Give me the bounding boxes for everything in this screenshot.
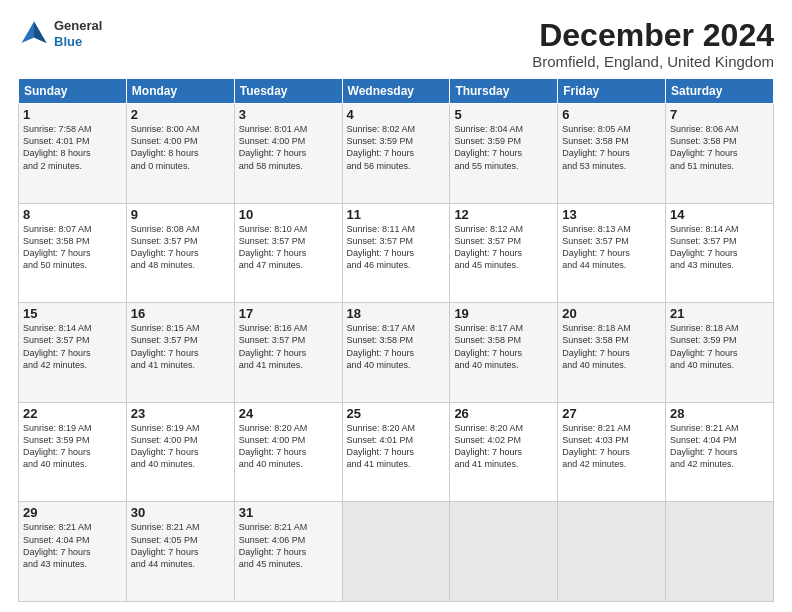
col-friday: Friday xyxy=(558,79,666,104)
calendar-cell: 8Sunrise: 8:07 AMSunset: 3:58 PMDaylight… xyxy=(19,203,127,303)
day-number: 10 xyxy=(239,207,338,222)
calendar-cell xyxy=(450,502,558,602)
col-thursday: Thursday xyxy=(450,79,558,104)
day-info: Sunrise: 8:04 AMSunset: 3:59 PMDaylight:… xyxy=(454,123,553,172)
day-number: 18 xyxy=(347,306,446,321)
day-info: Sunrise: 8:20 AMSunset: 4:00 PMDaylight:… xyxy=(239,422,338,471)
calendar-cell: 30Sunrise: 8:21 AMSunset: 4:05 PMDayligh… xyxy=(126,502,234,602)
page: General Blue December 2024 Bromfield, En… xyxy=(0,0,792,612)
calendar-cell: 6Sunrise: 8:05 AMSunset: 3:58 PMDaylight… xyxy=(558,104,666,204)
day-number: 16 xyxy=(131,306,230,321)
calendar-cell: 20Sunrise: 8:18 AMSunset: 3:58 PMDayligh… xyxy=(558,303,666,403)
calendar-cell: 13Sunrise: 8:13 AMSunset: 3:57 PMDayligh… xyxy=(558,203,666,303)
day-number: 31 xyxy=(239,505,338,520)
calendar-cell: 10Sunrise: 8:10 AMSunset: 3:57 PMDayligh… xyxy=(234,203,342,303)
calendar-cell: 29Sunrise: 8:21 AMSunset: 4:04 PMDayligh… xyxy=(19,502,127,602)
day-info: Sunrise: 8:17 AMSunset: 3:58 PMDaylight:… xyxy=(454,322,553,371)
day-info: Sunrise: 8:06 AMSunset: 3:58 PMDaylight:… xyxy=(670,123,769,172)
calendar-cell: 1Sunrise: 7:58 AMSunset: 4:01 PMDaylight… xyxy=(19,104,127,204)
day-info: Sunrise: 8:20 AMSunset: 4:01 PMDaylight:… xyxy=(347,422,446,471)
day-info: Sunrise: 8:01 AMSunset: 4:00 PMDaylight:… xyxy=(239,123,338,172)
day-number: 9 xyxy=(131,207,230,222)
day-number: 28 xyxy=(670,406,769,421)
day-info: Sunrise: 8:02 AMSunset: 3:59 PMDaylight:… xyxy=(347,123,446,172)
day-number: 2 xyxy=(131,107,230,122)
day-number: 24 xyxy=(239,406,338,421)
day-number: 8 xyxy=(23,207,122,222)
logo-text: General Blue xyxy=(54,18,102,49)
day-number: 12 xyxy=(454,207,553,222)
week-row-5: 29Sunrise: 8:21 AMSunset: 4:04 PMDayligh… xyxy=(19,502,774,602)
day-info: Sunrise: 8:21 AMSunset: 4:03 PMDaylight:… xyxy=(562,422,661,471)
day-number: 7 xyxy=(670,107,769,122)
calendar-cell: 31Sunrise: 8:21 AMSunset: 4:06 PMDayligh… xyxy=(234,502,342,602)
week-row-4: 22Sunrise: 8:19 AMSunset: 3:59 PMDayligh… xyxy=(19,402,774,502)
logo-line1: General xyxy=(54,18,102,33)
day-info: Sunrise: 8:19 AMSunset: 4:00 PMDaylight:… xyxy=(131,422,230,471)
day-info: Sunrise: 8:10 AMSunset: 3:57 PMDaylight:… xyxy=(239,223,338,272)
day-number: 5 xyxy=(454,107,553,122)
day-number: 6 xyxy=(562,107,661,122)
calendar-cell xyxy=(666,502,774,602)
col-wednesday: Wednesday xyxy=(342,79,450,104)
day-info: Sunrise: 8:00 AMSunset: 4:00 PMDaylight:… xyxy=(131,123,230,172)
day-number: 30 xyxy=(131,505,230,520)
calendar-cell: 19Sunrise: 8:17 AMSunset: 3:58 PMDayligh… xyxy=(450,303,558,403)
calendar-cell: 16Sunrise: 8:15 AMSunset: 3:57 PMDayligh… xyxy=(126,303,234,403)
day-info: Sunrise: 8:05 AMSunset: 3:58 PMDaylight:… xyxy=(562,123,661,172)
calendar-cell: 21Sunrise: 8:18 AMSunset: 3:59 PMDayligh… xyxy=(666,303,774,403)
day-info: Sunrise: 8:08 AMSunset: 3:57 PMDaylight:… xyxy=(131,223,230,272)
calendar-cell: 25Sunrise: 8:20 AMSunset: 4:01 PMDayligh… xyxy=(342,402,450,502)
calendar-cell: 18Sunrise: 8:17 AMSunset: 3:58 PMDayligh… xyxy=(342,303,450,403)
calendar-cell: 2Sunrise: 8:00 AMSunset: 4:00 PMDaylight… xyxy=(126,104,234,204)
calendar-cell xyxy=(558,502,666,602)
day-info: Sunrise: 8:14 AMSunset: 3:57 PMDaylight:… xyxy=(23,322,122,371)
calendar-cell: 22Sunrise: 8:19 AMSunset: 3:59 PMDayligh… xyxy=(19,402,127,502)
calendar-cell: 15Sunrise: 8:14 AMSunset: 3:57 PMDayligh… xyxy=(19,303,127,403)
calendar-cell: 14Sunrise: 8:14 AMSunset: 3:57 PMDayligh… xyxy=(666,203,774,303)
col-monday: Monday xyxy=(126,79,234,104)
calendar-cell: 7Sunrise: 8:06 AMSunset: 3:58 PMDaylight… xyxy=(666,104,774,204)
calendar-cell: 23Sunrise: 8:19 AMSunset: 4:00 PMDayligh… xyxy=(126,402,234,502)
calendar-cell: 26Sunrise: 8:20 AMSunset: 4:02 PMDayligh… xyxy=(450,402,558,502)
calendar-cell: 3Sunrise: 8:01 AMSunset: 4:00 PMDaylight… xyxy=(234,104,342,204)
title-block: December 2024 Bromfield, England, United… xyxy=(532,18,774,70)
logo: General Blue xyxy=(18,18,102,50)
calendar: Sunday Monday Tuesday Wednesday Thursday… xyxy=(18,78,774,602)
day-number: 15 xyxy=(23,306,122,321)
day-info: Sunrise: 8:13 AMSunset: 3:57 PMDaylight:… xyxy=(562,223,661,272)
day-info: Sunrise: 8:14 AMSunset: 3:57 PMDaylight:… xyxy=(670,223,769,272)
day-info: Sunrise: 8:18 AMSunset: 3:59 PMDaylight:… xyxy=(670,322,769,371)
calendar-cell: 27Sunrise: 8:21 AMSunset: 4:03 PMDayligh… xyxy=(558,402,666,502)
day-number: 27 xyxy=(562,406,661,421)
week-row-1: 1Sunrise: 7:58 AMSunset: 4:01 PMDaylight… xyxy=(19,104,774,204)
col-sunday: Sunday xyxy=(19,79,127,104)
calendar-header-row: Sunday Monday Tuesday Wednesday Thursday… xyxy=(19,79,774,104)
main-title: December 2024 xyxy=(532,18,774,53)
day-info: Sunrise: 8:21 AMSunset: 4:04 PMDaylight:… xyxy=(670,422,769,471)
calendar-cell: 9Sunrise: 8:08 AMSunset: 3:57 PMDaylight… xyxy=(126,203,234,303)
calendar-cell: 11Sunrise: 8:11 AMSunset: 3:57 PMDayligh… xyxy=(342,203,450,303)
day-info: Sunrise: 8:12 AMSunset: 3:57 PMDaylight:… xyxy=(454,223,553,272)
calendar-cell: 4Sunrise: 8:02 AMSunset: 3:59 PMDaylight… xyxy=(342,104,450,204)
day-number: 1 xyxy=(23,107,122,122)
day-info: Sunrise: 8:19 AMSunset: 3:59 PMDaylight:… xyxy=(23,422,122,471)
day-number: 3 xyxy=(239,107,338,122)
day-info: Sunrise: 8:20 AMSunset: 4:02 PMDaylight:… xyxy=(454,422,553,471)
day-info: Sunrise: 8:07 AMSunset: 3:58 PMDaylight:… xyxy=(23,223,122,272)
day-number: 14 xyxy=(670,207,769,222)
day-info: Sunrise: 8:18 AMSunset: 3:58 PMDaylight:… xyxy=(562,322,661,371)
day-number: 21 xyxy=(670,306,769,321)
day-info: Sunrise: 8:16 AMSunset: 3:57 PMDaylight:… xyxy=(239,322,338,371)
week-row-2: 8Sunrise: 8:07 AMSunset: 3:58 PMDaylight… xyxy=(19,203,774,303)
col-saturday: Saturday xyxy=(666,79,774,104)
day-number: 11 xyxy=(347,207,446,222)
day-number: 20 xyxy=(562,306,661,321)
week-row-3: 15Sunrise: 8:14 AMSunset: 3:57 PMDayligh… xyxy=(19,303,774,403)
day-number: 22 xyxy=(23,406,122,421)
day-number: 13 xyxy=(562,207,661,222)
calendar-cell: 24Sunrise: 8:20 AMSunset: 4:00 PMDayligh… xyxy=(234,402,342,502)
calendar-cell xyxy=(342,502,450,602)
logo-line2: Blue xyxy=(54,34,82,49)
day-number: 23 xyxy=(131,406,230,421)
